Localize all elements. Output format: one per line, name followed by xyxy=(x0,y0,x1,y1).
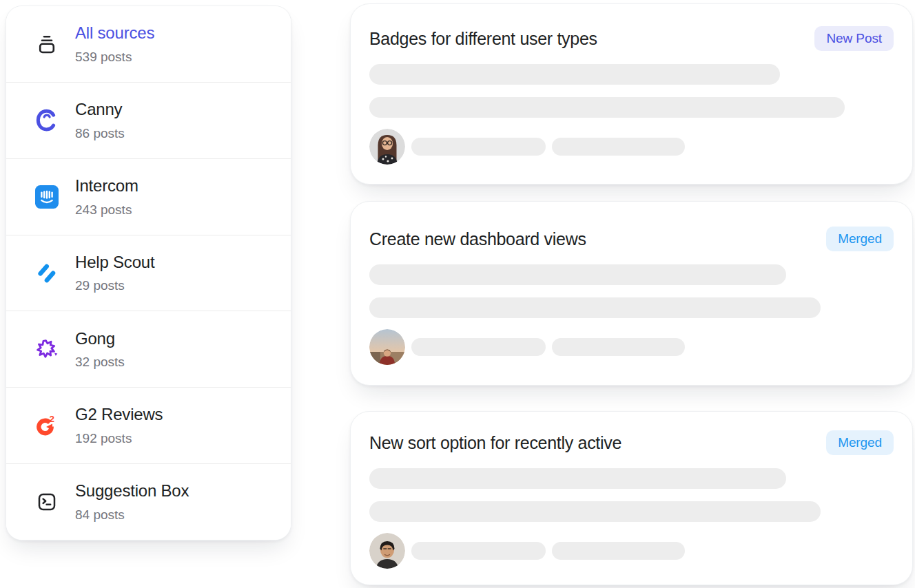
skeleton-bar xyxy=(369,501,821,522)
sidebar-item-intercom[interactable]: Intercom 243 posts xyxy=(6,158,291,235)
status-badge: Merged xyxy=(826,227,894,251)
skeleton-bar xyxy=(552,138,685,156)
post-card[interactable]: Badges for different user types New Post xyxy=(350,3,913,185)
post-title: Create new dashboard views xyxy=(369,229,586,249)
skeleton-bar xyxy=(369,468,786,489)
skeleton-bar xyxy=(369,297,821,318)
canny-icon xyxy=(35,108,59,133)
skeleton-bar xyxy=(369,264,786,285)
terminal-icon xyxy=(35,490,59,514)
skeleton-bar xyxy=(369,97,845,118)
gong-icon xyxy=(35,337,59,361)
post-card[interactable]: Create new dashboard views Merged xyxy=(350,201,913,386)
sidebar-item-g2-reviews[interactable]: 2 G2 Reviews 192 posts xyxy=(6,387,291,463)
post-card[interactable]: New sort option for recently active Merg… xyxy=(350,411,913,585)
feedback-sources-screen: All sources 539 posts Canny 86 posts xyxy=(0,0,915,588)
svg-text:2: 2 xyxy=(50,414,55,424)
source-count: 539 posts xyxy=(75,50,154,65)
source-label: G2 Reviews xyxy=(75,405,163,424)
source-count: 243 posts xyxy=(75,203,138,218)
avatar xyxy=(369,329,405,365)
sidebar-item-gong[interactable]: Gong 32 posts xyxy=(6,311,291,387)
sources-sidebar: All sources 539 posts Canny 86 posts xyxy=(6,6,291,540)
source-count: 192 posts xyxy=(75,432,163,446)
source-label: Help Scout xyxy=(75,253,154,272)
post-title: Badges for different user types xyxy=(369,29,597,49)
skeleton-bar xyxy=(411,338,546,356)
source-label: Suggestion Box xyxy=(75,481,189,501)
source-count: 29 posts xyxy=(75,279,154,293)
post-title: New sort option for recently active xyxy=(369,433,621,453)
avatar xyxy=(369,533,405,569)
avatar xyxy=(369,129,405,165)
skeleton-bar xyxy=(552,542,685,560)
skeleton-bar xyxy=(369,64,780,85)
source-label: Gong xyxy=(75,329,125,348)
source-count: 32 posts xyxy=(75,355,125,370)
source-label: All sources xyxy=(75,23,154,43)
intercom-icon xyxy=(35,185,59,209)
g2-icon: 2 xyxy=(35,413,59,438)
helpscout-icon xyxy=(35,261,59,286)
sidebar-item-all-sources[interactable]: All sources 539 posts xyxy=(6,6,291,82)
skeleton-bar xyxy=(411,542,546,560)
status-badge: Merged xyxy=(826,430,894,455)
skeleton-bar xyxy=(411,138,546,156)
sidebar-item-help-scout[interactable]: Help Scout 29 posts xyxy=(6,235,291,311)
source-label: Canny xyxy=(75,100,125,119)
source-count: 84 posts xyxy=(75,508,189,523)
sidebar-item-canny[interactable]: Canny 86 posts xyxy=(6,82,291,158)
source-count: 86 posts xyxy=(75,127,125,141)
sidebar-item-suggestion-box[interactable]: Suggestion Box 84 posts xyxy=(6,463,291,540)
stack-icon xyxy=(35,32,59,56)
source-label: Intercom xyxy=(75,176,138,196)
status-badge: New Post xyxy=(814,26,894,51)
skeleton-bar xyxy=(552,338,685,356)
